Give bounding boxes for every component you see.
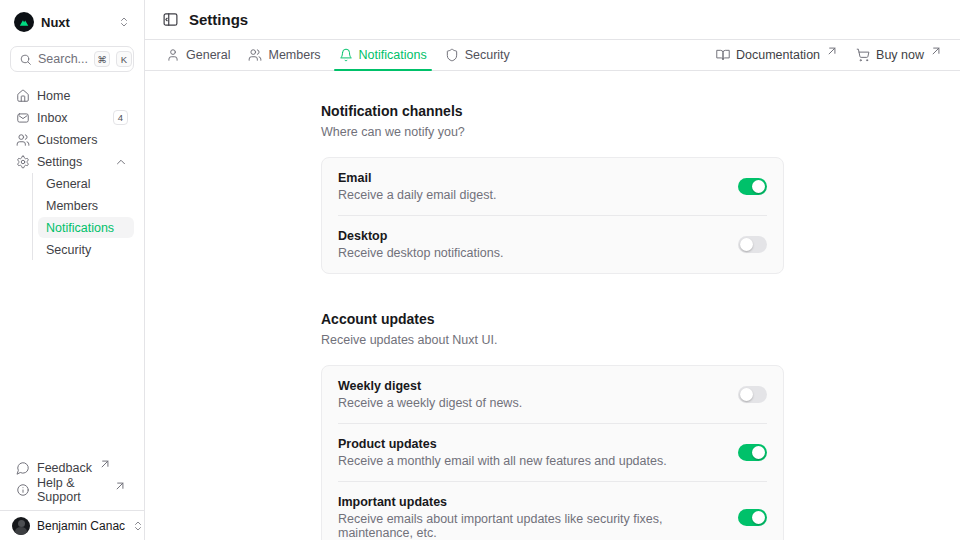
section-account-updates: Account updates Receive updates about Nu… bbox=[321, 311, 784, 540]
setting-row-email: Email Receive a daily email digest. bbox=[322, 158, 783, 215]
row-description: Receive desktop notifications. bbox=[338, 246, 503, 260]
home-icon bbox=[16, 89, 30, 103]
toggle-knob bbox=[752, 180, 765, 193]
kbd-cmd: ⌘ bbox=[94, 51, 110, 67]
book-icon bbox=[716, 48, 730, 62]
setting-row-important-updates: Important updates Receive emails about i… bbox=[322, 482, 783, 540]
inbox-count-badge: 4 bbox=[113, 110, 128, 125]
row-description: Receive a monthly email with all new fea… bbox=[338, 454, 667, 468]
action-label: Buy now bbox=[876, 48, 924, 62]
bell-icon bbox=[339, 48, 353, 62]
row-text: Important updates Receive emails about i… bbox=[338, 495, 722, 540]
tabbar: General Members Notifications Security bbox=[145, 40, 960, 71]
external-link-icon bbox=[929, 44, 943, 58]
user-name: Benjamin Canac bbox=[37, 519, 125, 533]
sidebar-top: Nuxt Search... ⌘ K bbox=[0, 0, 144, 85]
row-label: Email bbox=[338, 171, 496, 185]
weekly-digest-toggle[interactable] bbox=[738, 386, 767, 403]
sidebar-item-label: Members bbox=[46, 199, 98, 213]
collapse-sidebar-icon[interactable] bbox=[162, 11, 179, 28]
sidebar-item-label: Inbox bbox=[37, 111, 68, 125]
product-updates-toggle[interactable] bbox=[738, 444, 767, 461]
documentation-link[interactable]: Documentation bbox=[716, 48, 840, 62]
main-panel: Settings General Members Notifications S… bbox=[145, 0, 960, 540]
kbd-k: K bbox=[116, 51, 132, 67]
sidebar-item-home[interactable]: Home bbox=[10, 85, 134, 106]
row-label: Weekly digest bbox=[338, 379, 522, 393]
sidebar-item-general[interactable]: General bbox=[38, 173, 134, 194]
tab-members[interactable]: Members bbox=[239, 40, 329, 70]
workspace-name: Nuxt bbox=[41, 15, 70, 30]
sidebar-item-label: Security bbox=[46, 243, 91, 257]
gear-icon bbox=[16, 155, 30, 169]
workspace-switcher[interactable]: Nuxt bbox=[10, 10, 134, 34]
help-support-link[interactable]: Help & Support bbox=[10, 479, 134, 500]
tab-notifications[interactable]: Notifications bbox=[330, 40, 436, 70]
sidebar-footer: Feedback Help & Support bbox=[0, 457, 144, 510]
sidebar: Nuxt Search... ⌘ K Home Inbox 4 bbox=[0, 0, 145, 540]
external-link-icon bbox=[98, 457, 112, 471]
settings-subnav: General Members Notifications Security bbox=[32, 173, 134, 260]
tab-general[interactable]: General bbox=[157, 40, 239, 70]
toggle-knob bbox=[740, 388, 753, 401]
tab-security[interactable]: Security bbox=[436, 40, 519, 70]
settings-card: Weekly digest Receive a weekly digest of… bbox=[321, 365, 784, 540]
sidebar-item-settings[interactable]: Settings bbox=[10, 151, 134, 172]
nuxt-logo-icon bbox=[14, 12, 34, 32]
footer-link-label: Feedback bbox=[37, 461, 92, 475]
setting-row-desktop: Desktop Receive desktop notifications. bbox=[322, 216, 783, 273]
section-description: Where can we notify you? bbox=[321, 125, 784, 139]
sidebar-item-label: Notifications bbox=[46, 221, 114, 235]
toggle-knob bbox=[752, 446, 765, 459]
tab-label: Security bbox=[465, 48, 510, 62]
row-label: Important updates bbox=[338, 495, 722, 509]
buy-now-link[interactable]: Buy now bbox=[856, 48, 944, 62]
row-description: Receive a daily email digest. bbox=[338, 188, 496, 202]
users-icon bbox=[248, 48, 262, 62]
row-text: Email Receive a daily email digest. bbox=[338, 171, 496, 202]
shield-icon bbox=[445, 48, 459, 62]
sidebar-nav: Home Inbox 4 Customers Settings bbox=[0, 85, 144, 261]
main-header: Settings bbox=[145, 0, 960, 40]
sidebar-item-label: Settings bbox=[37, 155, 82, 169]
avatar bbox=[12, 517, 30, 535]
sidebar-item-inbox[interactable]: Inbox 4 bbox=[10, 107, 134, 128]
tab-label: Notifications bbox=[359, 48, 427, 62]
external-link-icon bbox=[825, 44, 839, 58]
chevrons-up-down-icon bbox=[118, 16, 130, 28]
footer-link-label: Help & Support bbox=[37, 476, 107, 504]
row-text: Product updates Receive a monthly email … bbox=[338, 437, 667, 468]
sidebar-item-members[interactable]: Members bbox=[38, 195, 134, 216]
page-title: Settings bbox=[189, 11, 248, 28]
section-notification-channels: Notification channels Where can we notif… bbox=[321, 103, 784, 274]
settings-card: Email Receive a daily email digest. Desk… bbox=[321, 157, 784, 274]
email-toggle[interactable] bbox=[738, 178, 767, 195]
sidebar-item-customers[interactable]: Customers bbox=[10, 129, 134, 150]
user-icon bbox=[166, 48, 180, 62]
setting-row-weekly-digest: Weekly digest Receive a weekly digest of… bbox=[322, 366, 783, 423]
action-label: Documentation bbox=[736, 48, 820, 62]
content-container: Notification channels Where can we notif… bbox=[321, 103, 784, 540]
search-placeholder: Search... bbox=[38, 52, 88, 66]
chevron-up-icon bbox=[114, 155, 128, 169]
row-label: Product updates bbox=[338, 437, 667, 451]
chat-bubble-icon bbox=[16, 461, 30, 475]
info-circle-icon bbox=[16, 483, 30, 497]
toggle-knob bbox=[752, 511, 765, 524]
row-text: Weekly digest Receive a weekly digest of… bbox=[338, 379, 522, 410]
sidebar-item-notifications[interactable]: Notifications bbox=[38, 217, 134, 238]
sidebar-item-security[interactable]: Security bbox=[38, 239, 134, 260]
desktop-toggle[interactable] bbox=[738, 236, 767, 253]
row-label: Desktop bbox=[338, 229, 503, 243]
search-icon bbox=[19, 53, 32, 66]
sidebar-item-label: General bbox=[46, 177, 90, 191]
settings-content: Notification channels Where can we notif… bbox=[145, 71, 960, 540]
important-updates-toggle[interactable] bbox=[738, 509, 767, 526]
section-description: Receive updates about Nuxt UI. bbox=[321, 333, 784, 347]
section-title: Account updates bbox=[321, 311, 784, 327]
user-menu[interactable]: Benjamin Canac bbox=[0, 510, 144, 540]
sidebar-item-label: Customers bbox=[37, 133, 97, 147]
users-icon bbox=[16, 133, 30, 147]
tab-actions: Documentation Buy now bbox=[716, 40, 948, 70]
search-input[interactable]: Search... ⌘ K bbox=[10, 46, 134, 72]
